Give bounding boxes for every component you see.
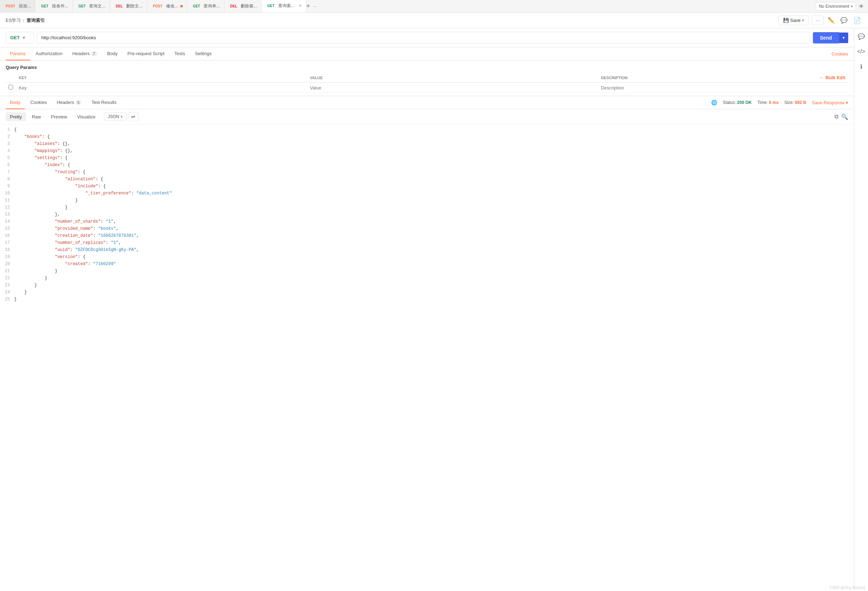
send-button-main[interactable]: Send (813, 32, 839, 43)
json-label: JSON (108, 114, 119, 119)
params-checkbox[interactable] (9, 85, 13, 89)
sidebar-comments-button[interactable]: 💬 (856, 31, 867, 42)
tab-bar-right: No Environment▾👁 (812, 2, 868, 10)
tab-name-tab2: 按条件... (52, 3, 68, 9)
comment-icon-button[interactable]: 💬 (839, 16, 849, 25)
code-line-22: 22 } (0, 276, 854, 283)
code-line-23: 23 } (0, 283, 854, 290)
fmt-tab-preview[interactable]: Preview (47, 112, 71, 121)
tab-method-tab8: GET (266, 3, 276, 8)
header-more-button[interactable]: ··· (812, 16, 824, 25)
line-number-5: 5 (0, 155, 14, 161)
breadcrumb-parent[interactable]: ES学习 (6, 17, 21, 24)
tab-name-tab5: 修改... (166, 3, 178, 9)
send-button-arrow[interactable]: ▾ (839, 33, 848, 43)
resp-tab-headers[interactable]: Headers5 (53, 96, 86, 109)
req-tab-tests[interactable]: Tests (170, 47, 189, 61)
request-tab-tab3[interactable]: GET查询文... (73, 0, 110, 13)
req-tab-params[interactable]: Params (6, 47, 30, 61)
wrap-icon: ⇌ (131, 114, 135, 120)
code-line-16: 16 "creation_date": "1666267876301", (0, 233, 854, 240)
fmt-tab-visualize[interactable]: Visualize (73, 112, 100, 121)
req-tab-prerequest[interactable]: Pre-request Script (123, 47, 169, 61)
breadcrumb-separator: / (23, 18, 24, 23)
line-content-19: "version": { (14, 254, 854, 259)
request-tab-tab8[interactable]: GET查询索...✕ (261, 0, 306, 13)
tab-dot-tab5 (180, 5, 183, 7)
tab-bar: POST添加...GET按条件...GET查询文...DEL删除文...POST… (0, 0, 868, 13)
line-content-3: "aliases": {}, (14, 141, 854, 146)
line-content-25: } (14, 297, 854, 302)
more-icon[interactable]: ··· (819, 75, 823, 80)
content-area: GET ▾ Send ▾ ParamsAuthorizationHeaders7… (0, 28, 854, 591)
method-dropdown-icon: ▾ (23, 35, 25, 40)
sidebar-info-button[interactable]: ℹ (858, 61, 865, 72)
add-tab-button[interactable]: + (306, 3, 310, 10)
tab-method-tab2: GET (40, 4, 50, 9)
request-tab-tab6[interactable]: GET查询单... (187, 0, 225, 13)
line-number-13: 13 (0, 212, 14, 217)
tab-name-tab3: 查询文... (89, 3, 105, 9)
sidebar-code-button[interactable]: </> (855, 46, 867, 57)
cookies-link[interactable]: Cookies (832, 51, 848, 56)
request-tab-tab2[interactable]: GET按条件... (35, 0, 73, 13)
environment-selector[interactable]: No Environment▾ (816, 2, 856, 10)
bulk-edit-button[interactable]: Bulk Edit (825, 75, 845, 80)
line-content-9: "include": { (14, 184, 854, 189)
line-content-10: "_tier_preference": "data_content" (14, 191, 854, 196)
request-tabs: ParamsAuthorizationHeaders7BodyPre-reque… (0, 47, 854, 61)
key-input[interactable] (19, 85, 304, 90)
line-number-23: 23 (0, 283, 14, 288)
line-number-10: 10 (0, 191, 14, 196)
breadcrumb: ES学习 / 查询索引 (6, 17, 45, 24)
code-area[interactable]: 1{2 "books": {3 "aliases": {},4 "mapping… (0, 124, 854, 591)
body-icons: ⧉ 🔍 (834, 114, 848, 120)
request-tab-tab1[interactable]: POST添加... (0, 0, 35, 13)
url-input[interactable] (37, 32, 810, 43)
time-label: Time: 6 ms (757, 100, 779, 105)
save-label: Save (790, 18, 801, 23)
search-button[interactable]: 🔍 (841, 114, 848, 120)
line-content-1: { (14, 127, 854, 132)
line-number-9: 9 (0, 184, 14, 189)
copy-button[interactable]: ⧉ (834, 114, 838, 120)
wrap-button[interactable]: ⇌ (128, 112, 139, 121)
resp-tab-cookies[interactable]: Cookies (26, 96, 51, 109)
value-input[interactable] (310, 85, 595, 90)
col-value-header: VALUE (307, 73, 598, 83)
req-tab-authorization[interactable]: Authorization (31, 47, 67, 61)
req-tab-settings[interactable]: Settings (191, 47, 216, 61)
code-line-7: 7 "routing": { (0, 170, 854, 177)
resp-tab-testresults[interactable]: Test Results (87, 96, 121, 109)
fmt-tab-raw[interactable]: Raw (28, 112, 45, 121)
tab-close-tab8[interactable]: ✕ (299, 3, 302, 8)
request-tab-tab4[interactable]: DEL删除文... (110, 0, 147, 13)
code-line-2: 2 "books": { (0, 134, 854, 141)
req-tab-headers[interactable]: Headers7 (68, 47, 102, 61)
request-tab-tab5[interactable]: POST修改... (147, 0, 187, 13)
tab-method-tab6: GET (192, 4, 202, 9)
description-input[interactable] (601, 85, 804, 90)
params-section: Query Params KEY VALUE DESCRIPTION ··· B… (0, 61, 854, 93)
body-format-bar: PrettyRawPreviewVisualizeJSON▾⇌ ⧉ 🔍 (0, 109, 854, 124)
save-dropdown-icon: ▾ (802, 18, 805, 23)
docs-icon-button[interactable]: 📄 (852, 15, 862, 26)
app-header: ES学习 / 查询索引 💾 Save ▾ ··· ✏️ 💬 📄 (0, 13, 868, 28)
fmt-tab-pretty[interactable]: Pretty (6, 112, 26, 121)
eye-button[interactable]: 👁 (859, 3, 864, 9)
tabs-more-button[interactable]: ··· (310, 3, 319, 9)
request-tab-tab7[interactable]: DEL删除索... (224, 0, 261, 13)
line-content-22: } (14, 276, 854, 281)
resp-tab-body[interactable]: Body (6, 96, 25, 109)
save-button[interactable]: 💾 Save ▾ (779, 16, 809, 25)
code-line-14: 14 "number_of_shards": "1", (0, 219, 854, 226)
code-line-6: 6 "index": { (0, 163, 854, 170)
method-selector[interactable]: GET ▾ (6, 32, 34, 43)
req-tab-body[interactable]: Body (103, 47, 122, 61)
code-line-9: 9 "include": { (0, 184, 854, 191)
code-line-4: 4 "mappings": {}, (0, 148, 854, 155)
edit-icon-button[interactable]: ✏️ (826, 16, 836, 25)
code-line-8: 8 "allocation": { (0, 177, 854, 184)
save-response-button[interactable]: Save Response ▾ (812, 100, 848, 105)
json-selector[interactable]: JSON▾ (104, 112, 127, 121)
